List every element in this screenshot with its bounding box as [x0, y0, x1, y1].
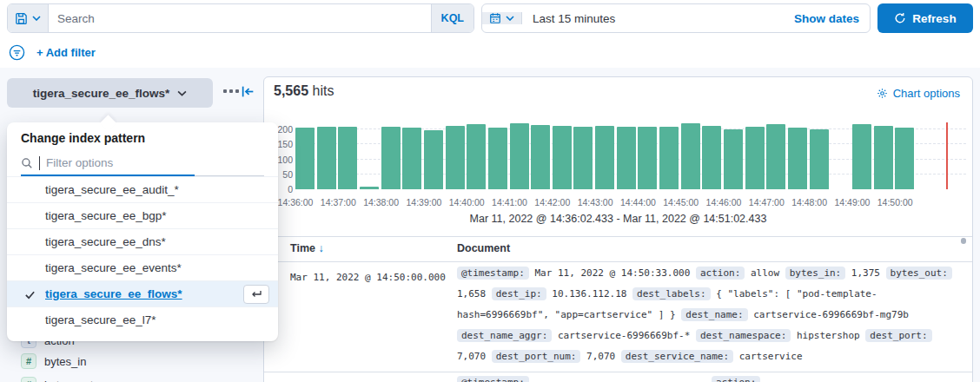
index-pattern-option-label: tigera_secure_ee_l7*: [45, 313, 156, 326]
index-pattern-option[interactable]: tigera_secure_ee_l7*: [7, 306, 278, 333]
field-name-pill: action:: [712, 376, 760, 382]
popover-title: Change index pattern: [7, 122, 278, 150]
field-name-pill: dest_port_num:: [492, 350, 581, 363]
save-icon: [15, 12, 28, 25]
histogram-bar[interactable]: [467, 124, 486, 189]
chart-options-button[interactable]: Chart options: [877, 87, 960, 100]
field-name-pill: dest_service_name:: [621, 350, 733, 363]
histogram-bar[interactable]: [724, 129, 743, 189]
index-pattern-switcher-button[interactable]: tigera_secure_ee_flows*: [7, 78, 213, 108]
number-field-icon: #: [21, 377, 36, 382]
histogram-bar[interactable]: [360, 187, 379, 189]
x-axis-tick-label: 14:36:00: [278, 197, 314, 207]
histogram-bar[interactable]: [531, 125, 550, 189]
x-axis-tick-label: 14:48:00: [791, 197, 827, 207]
current-time-marker: [946, 122, 948, 189]
index-pattern-option-label: tigera_secure_ee_dns*: [45, 235, 166, 248]
filter-options-placeholder: Filter options: [46, 156, 113, 169]
histogram-bar[interactable]: [510, 123, 529, 189]
histogram-bar[interactable]: [745, 127, 765, 189]
filter-options-input[interactable]: Filter options: [21, 150, 264, 176]
histogram-bar[interactable]: [874, 126, 893, 189]
histogram-bar[interactable]: [659, 127, 679, 189]
text-cursor: [39, 156, 40, 170]
index-pattern-option[interactable]: tigera_secure_ee_events*: [7, 254, 278, 280]
index-pattern-option-label: tigera_secure_ee_flows*: [45, 287, 182, 300]
index-pattern-option[interactable]: tigera_secure_ee_audit_*: [7, 176, 278, 202]
filter-menu-icon[interactable]: [9, 44, 25, 61]
hits-count: 5,565: [274, 83, 308, 98]
return-key-icon[interactable]: [243, 285, 269, 304]
x-axis-tick-label: 14:40:00: [449, 197, 485, 207]
histogram-bar[interactable]: [766, 124, 785, 189]
boxes-horizontal-icon[interactable]: [223, 89, 239, 93]
field-name-pill: dest_name:: [681, 308, 747, 321]
scrollbar-thumb[interactable]: [961, 238, 966, 244]
histogram-bar[interactable]: [338, 127, 357, 189]
histogram-plot: [295, 121, 966, 189]
collapse-sidebar-icon[interactable]: [241, 84, 255, 99]
histogram-bar[interactable]: [295, 128, 315, 189]
search-input[interactable]: [49, 4, 431, 32]
sidebar-field-item[interactable]: #bytes_out: [21, 377, 93, 382]
histogram-bar[interactable]: [617, 127, 636, 189]
index-pattern-label: tigera_secure_ee_flows*: [33, 87, 170, 100]
calendar-icon: [489, 12, 501, 24]
column-header-time[interactable]: Time ↓: [290, 242, 324, 254]
x-axis-tick-label: 14:46:00: [706, 197, 742, 207]
histogram-bar[interactable]: [553, 126, 572, 189]
kql-badge[interactable]: KQL: [431, 4, 473, 32]
search-bar: KQL: [7, 3, 474, 33]
time-range-value[interactable]: Last 15 minutes: [522, 12, 626, 25]
histogram-bar[interactable]: [317, 127, 336, 189]
histogram-bar[interactable]: [681, 123, 700, 189]
saved-query-menu-button[interactable]: [8, 4, 49, 32]
x-axis-tick-label: 14:44:00: [620, 197, 656, 207]
x-axis-tick-label: 14:42:00: [534, 197, 570, 207]
discover-workspace: tigera_secure_ee_flows* taction#bytes_in…: [0, 68, 980, 382]
hits-label: hits: [313, 83, 334, 98]
x-axis-tick-label: 14:43:00: [578, 197, 613, 207]
histogram-bar[interactable]: [488, 128, 507, 189]
row-document-cell[interactable]: @timestamp: Mar 11, 2022 @ 14:50:33.000 …: [457, 263, 952, 367]
histogram-bar[interactable]: [895, 128, 914, 189]
index-pattern-option-list: tigera_secure_ee_audit_*tigera_secure_ee…: [7, 176, 278, 333]
histogram-bar[interactable]: [788, 128, 807, 189]
x-axis-tick-label: 14:41:00: [492, 197, 527, 207]
field-name-pill: dest_ip:: [492, 287, 546, 300]
histogram-bar[interactable]: [702, 126, 721, 189]
histogram-bar[interactable]: [402, 128, 421, 189]
index-pattern-option[interactable]: tigera_secure_ee_bgp*: [7, 202, 278, 228]
field-name-pill: action:: [696, 267, 745, 280]
index-pattern-option[interactable]: tigera_secure_ee_dns*: [7, 228, 278, 254]
results-panel: 5,565 hits Chart options 050100150200 14…: [263, 76, 973, 382]
histogram-bar[interactable]: [381, 127, 401, 189]
index-pattern-option-label: tigera_secure_ee_events*: [45, 261, 182, 274]
field-name-pill: dest_namespace:: [696, 329, 791, 342]
add-filter-button[interactable]: + Add filter: [36, 46, 96, 59]
divider: [264, 372, 972, 372]
sidebar-field-item[interactable]: #bytes_in: [21, 353, 86, 369]
x-axis-tick-label: 14:39:00: [406, 197, 441, 207]
date-quick-select-button[interactable]: [482, 12, 522, 24]
x-axis-tick-label: 14:50:00: [877, 197, 913, 207]
field-name-pill: dest_name_aggr:: [457, 329, 552, 342]
chart-time-range-subtitle: Mar 11, 2022 @ 14:36:02.433 - Mar 11, 20…: [264, 213, 972, 225]
field-name-pill: bytes_out:: [886, 267, 952, 280]
histogram-bar[interactable]: [424, 130, 443, 189]
x-axis-tick-label: 14:49:00: [834, 197, 870, 207]
show-dates-button[interactable]: Show dates: [784, 12, 870, 25]
histogram-bar[interactable]: [446, 126, 465, 189]
field-name-pill: bytes_in:: [785, 267, 846, 280]
histogram-bar[interactable]: [852, 124, 871, 189]
date-picker: Last 15 minutes Show dates: [481, 3, 871, 33]
change-index-pattern-popover: Change index pattern Filter options tige…: [7, 122, 278, 341]
gear-icon: [877, 88, 888, 99]
histogram-bar[interactable]: [573, 127, 593, 189]
histogram-bar[interactable]: [638, 127, 657, 189]
histogram-bar[interactable]: [595, 126, 614, 189]
index-pattern-option[interactable]: tigera_secure_ee_flows*: [7, 280, 278, 306]
x-axis-tick-label: 14:45:00: [663, 197, 699, 207]
refresh-button[interactable]: Refresh: [877, 3, 973, 33]
histogram-bar[interactable]: [810, 129, 829, 189]
